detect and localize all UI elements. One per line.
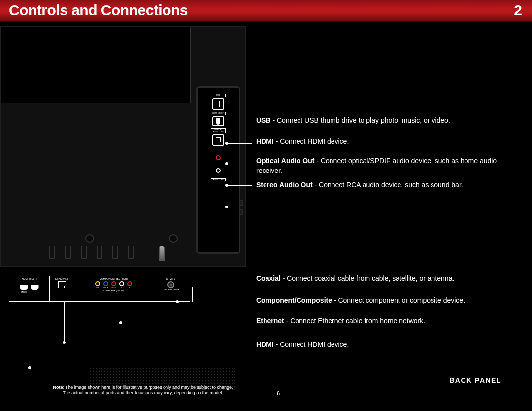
rca-pb-icon: [103, 281, 108, 286]
port-label-audio-out: AUDIO OUT: [211, 178, 226, 182]
callout-line: [30, 302, 30, 368]
callout-line: [227, 185, 252, 186]
desc-stereo: Stereo Audio Out - Connect RCA audio dev…: [256, 180, 522, 190]
desc-hdmi-bottom: HDMI - Connect HDMI device.: [256, 340, 522, 350]
port-label-ethernet: ETHERNET: [55, 277, 68, 280]
coax-connector-icon: [159, 246, 165, 261]
desc-component: Component/Composite - Connect component …: [256, 296, 522, 306]
desc-usb: USB - Connect USB thumb drive to play ph…: [256, 116, 522, 126]
desc-hdmi-side: HDMI - Connect HDMI device.: [256, 137, 522, 147]
bottom-port-bar: HDMI (BEST) 1 (ARC) 2 . ETHERNET COMPONE…: [9, 276, 190, 302]
callout-line: [121, 323, 252, 323]
tv-back-panel-illustration: USB HDMI (BEST) DIGITAL AUDIO OUT AUDIO …: [0, 26, 246, 267]
port-label-dtv: DTV/TV: [166, 277, 175, 280]
side-port-block: USB HDMI (BEST) DIGITAL AUDIO OUT AUDIO …: [196, 86, 240, 254]
callout-line: [64, 342, 252, 343]
port-label-hdmi-group: HDMI (BEST): [22, 277, 37, 280]
callout-line: [64, 302, 65, 342]
callout-line: [227, 164, 252, 164]
screw-icon: [85, 234, 94, 243]
rca-r-icon: [127, 281, 132, 286]
rca-white-port-icon: [212, 165, 224, 176]
tv-inset: [1, 27, 191, 103]
hdmi-port-icon: [20, 285, 28, 290]
coax-port-icon: [167, 281, 174, 288]
port-label-usb: USB: [211, 94, 226, 97]
ethernet-port-icon: [58, 281, 66, 288]
callout-line: [177, 302, 252, 302]
footer-note: Note: The image shown here is for illust…: [10, 385, 276, 396]
rca-l-icon: [119, 281, 124, 286]
desc-ethernet: Ethernet - Connect Ethernet cable from h…: [256, 316, 522, 326]
callout-line: [227, 143, 252, 144]
chapter-title: Controls and Connections: [9, 2, 188, 19]
port-label-component: COMPONENT (BETTER): [100, 277, 128, 280]
mount-legs: [49, 246, 165, 261]
rca-red-port-icon: [212, 152, 224, 164]
callout-line: [192, 287, 193, 302]
callout-line: [121, 302, 121, 323]
hdmi-port-icon: [212, 116, 224, 126]
rca-pr-icon: [111, 281, 116, 286]
optical-port-icon: [212, 134, 224, 146]
screw-icon: [169, 234, 178, 243]
section-title: BACK PANEL: [449, 377, 501, 384]
port-label-digital-audio: DIGITAL AUDIO OUT: [211, 128, 226, 133]
usb-port-icon: [212, 98, 224, 110]
chapter-number: 2: [514, 2, 522, 19]
hdmi-port-icon: [31, 285, 39, 290]
callout-line: [227, 207, 252, 207]
port-label-hdmi: HDMI (BEST): [211, 112, 226, 115]
side-notch: [240, 209, 243, 215]
desc-coaxial: Coaxial - Connect coaxial cable from cab…: [256, 274, 522, 284]
page-number: 6: [277, 390, 280, 396]
rca-y-icon: [95, 281, 100, 286]
side-notch: [240, 200, 243, 206]
chapter-header: Controls and Connections 2: [0, 0, 532, 22]
desc-optical: Optical Audio Out - Connect optical/SPDI…: [256, 156, 522, 175]
